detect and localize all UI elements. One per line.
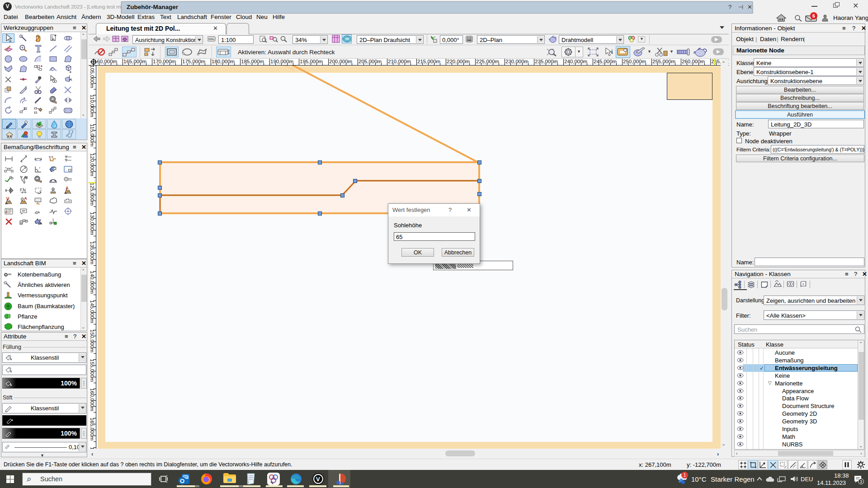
svg-text:A: A bbox=[66, 186, 68, 190]
svg-text:A: A bbox=[52, 188, 54, 190]
svg-text:i: i bbox=[611, 49, 613, 55]
svg-text:V: V bbox=[316, 476, 320, 483]
svg-text:U: U bbox=[6, 196, 9, 201]
svg-text:A: A bbox=[24, 196, 27, 201]
svg-text:O: O bbox=[180, 478, 184, 484]
